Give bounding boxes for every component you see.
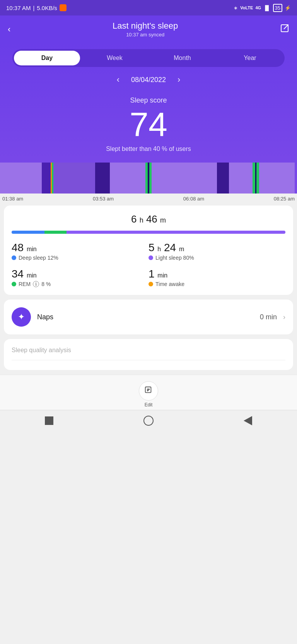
timeline-label-4: 08:25 am	[271, 196, 297, 202]
timeline-seg2	[42, 163, 51, 194]
rem-sleep-value: 34 min	[12, 268, 148, 280]
deep-sleep-dot	[12, 255, 16, 260]
awake-value: 1 min	[148, 268, 285, 280]
nav-home-button[interactable]	[143, 416, 154, 426]
sleep-timeline-chart	[0, 163, 297, 194]
naps-star-icon: ✦	[18, 312, 25, 322]
sleep-duration-display: 6 h 46 m	[12, 213, 285, 225]
deep-sleep-stat: 48 min Deep sleep 12%	[12, 242, 148, 261]
system-nav-bar	[0, 410, 297, 433]
sleep-progress-bar	[12, 231, 285, 234]
charging-icon: ⚡	[285, 5, 291, 11]
sleep-score-label: Sleep score	[0, 96, 297, 104]
svg-rect-2	[145, 387, 151, 392]
naps-label: Naps	[37, 313, 254, 321]
awake-label: Time awake	[148, 281, 285, 287]
timeline-seg8	[217, 163, 229, 194]
timeline-seg4	[95, 163, 110, 194]
bluetooth-icon: ∗	[234, 5, 238, 11]
edit-label: Edit	[145, 402, 153, 408]
timeline-seg9	[229, 163, 253, 194]
battery-level: 35	[275, 5, 280, 11]
next-date-button[interactable]: ›	[178, 75, 180, 85]
naps-card-inner: ✦ Naps 0 min ›	[12, 307, 285, 327]
rem-sleep-label: REM ℹ 8 %	[12, 281, 148, 287]
status-left: 10:37 AM | 5.0KB/s	[6, 4, 67, 11]
status-bar: 10:37 AM | 5.0KB/s ∗ VoLTE 4G ▐▌ 35 ⚡	[0, 0, 297, 15]
deep-sleep-value: 48 min	[12, 242, 148, 254]
light-sleep-stat: 5 h 24 m Light sleep 80%	[148, 242, 285, 261]
light-sleep-label: Light sleep 80%	[148, 255, 285, 261]
timeline-seg3	[53, 163, 95, 194]
deep-sleep-label: Deep sleep 12%	[12, 255, 148, 261]
network-4g-icon: 4G	[255, 5, 261, 10]
naps-value: 0 min	[260, 313, 277, 321]
svg-line-1	[284, 25, 288, 29]
progress-deep-sleep	[12, 231, 44, 234]
signal-icon: ▐▌	[263, 5, 270, 11]
quality-analysis-label: Sleep quality analysis	[12, 347, 285, 354]
export-button[interactable]	[280, 24, 289, 35]
battery-indicator: 35	[273, 4, 282, 12]
sleep-score-section: Sleep score 74 Slept better than 40 % of…	[0, 89, 297, 163]
sleep-score-value: 74	[0, 108, 297, 142]
tab-day[interactable]: Day	[14, 51, 80, 65]
back-icon	[244, 416, 252, 425]
rem-sleep-dot	[12, 282, 16, 286]
progress-rem-sleep	[44, 231, 67, 234]
status-separator: |	[33, 5, 34, 11]
naps-icon-circle: ✦	[12, 307, 31, 327]
sleep-stats-grid: 48 min Deep sleep 12% 5 h 24 m L	[12, 242, 285, 287]
naps-chevron-right-icon: ›	[283, 313, 285, 321]
light-sleep-dot	[148, 255, 153, 260]
recent-apps-icon	[45, 416, 53, 425]
tab-month[interactable]: Month	[149, 51, 215, 65]
back-button[interactable]: ‹	[8, 24, 10, 34]
rem-sleep-stat: 34 min REM ℹ 8 %	[12, 268, 148, 287]
timeline-seg5	[110, 163, 145, 194]
sleep-duration-card: 6 h 46 m 48 min Deep sleep 12%	[4, 206, 293, 295]
sleep-minutes-unit: m	[160, 216, 166, 224]
timeline-seg11	[259, 163, 295, 194]
nav-square-button[interactable]	[45, 416, 53, 425]
app-header: ‹ Last night's sleep 10:37 am synced	[0, 15, 297, 43]
volte-icon: VoLTE	[240, 5, 253, 10]
tabs-wrapper: Day Week Month Year	[0, 43, 297, 67]
period-tabs: Day Week Month Year	[12, 49, 285, 67]
current-date: 08/04/2022	[131, 76, 166, 84]
light-sleep-value: 5 h 24 m	[148, 242, 285, 254]
sleep-quality-card: Sleep quality analysis	[4, 339, 293, 370]
sleep-score-comparison: Slept better than 40 % of users	[0, 146, 297, 159]
progress-light-sleep	[67, 231, 285, 234]
timeline-labels: 01:38 am 03:53 am 06:08 am 08:25 am	[0, 194, 297, 206]
edit-button[interactable]	[139, 381, 158, 401]
tab-week[interactable]: Week	[82, 51, 148, 65]
status-right: ∗ VoLTE 4G ▐▌ 35 ⚡	[234, 4, 291, 12]
status-network: 5.0KB/s	[37, 5, 57, 11]
rem-info-icon[interactable]: ℹ	[33, 281, 39, 287]
sync-time: 10:37 am synced	[113, 32, 178, 38]
home-icon	[143, 416, 154, 426]
naps-card[interactable]: ✦ Naps 0 min ›	[4, 300, 293, 334]
page-title: Last night's sleep	[113, 21, 178, 31]
timeline-label-2: 03:53 am	[90, 196, 116, 202]
awake-stat: 1 min Time awake	[148, 268, 285, 287]
quality-divider	[12, 360, 285, 360]
nav-back-button[interactable]	[244, 416, 252, 425]
edit-icon	[144, 386, 153, 396]
sleep-hours-unit: h	[140, 216, 143, 224]
bottom-bar: Edit	[0, 375, 297, 410]
timeline-seg1	[0, 163, 42, 194]
status-time: 10:37 AM	[6, 5, 31, 11]
notification-dot	[60, 4, 67, 11]
sleep-minutes: 46	[146, 213, 157, 225]
prev-date-button[interactable]: ‹	[117, 75, 119, 85]
tab-year[interactable]: Year	[217, 51, 283, 65]
timeline-label-3: 06:08 am	[181, 196, 207, 202]
purple-section: Day Week Month Year ‹ 08/04/2022 › Sleep…	[0, 43, 297, 194]
header-center: Last night's sleep 10:37 am synced	[113, 21, 178, 38]
cards-section: 6 h 46 m 48 min Deep sleep 12%	[0, 206, 297, 370]
sleep-hours: 6	[131, 213, 137, 225]
timeline-seg7	[152, 163, 217, 194]
awake-dot	[148, 282, 153, 286]
